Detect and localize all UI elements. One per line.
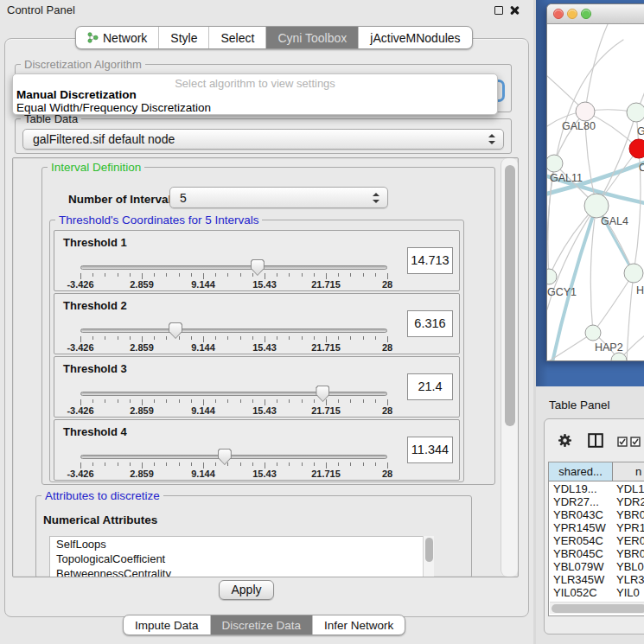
table-row[interactable]: YDL19...YDL1	[549, 482, 644, 495]
table-cell[interactable]: YPR1	[613, 521, 644, 534]
table-row[interactable]: YPR145WYPR1	[549, 521, 644, 534]
table-cell[interactable]: YBR045C	[549, 547, 613, 560]
threshold-value-field[interactable]: 11.344	[407, 437, 453, 463]
tab-discretize-data[interactable]: Discretize Data	[211, 615, 314, 634]
table-cell[interactable]: YBR0	[613, 547, 644, 560]
table-row[interactable]: YDR27...YDR2	[549, 495, 644, 508]
split-columns-icon[interactable]	[588, 433, 603, 448]
settings-scrollbar[interactable]	[501, 158, 518, 577]
tick-mark	[338, 462, 339, 466]
tick-mark	[166, 399, 167, 403]
tab-network[interactable]: Network	[76, 27, 159, 48]
tick-mark	[302, 336, 303, 340]
table-cell[interactable]: YPR145W	[549, 521, 613, 534]
threshold-panel-1: Threshold 1-3.4262.8599.14415.4321.71528…	[54, 230, 460, 291]
network-node-gal4[interactable]	[584, 194, 609, 218]
close-icon[interactable]	[509, 5, 520, 16]
threshold-value-field[interactable]: 14.713	[407, 247, 453, 274]
checkboxes-icon[interactable]	[617, 437, 641, 447]
tab-select[interactable]: Select	[209, 27, 266, 48]
tick-mark	[179, 399, 180, 403]
threshold-value-field[interactable]: 6.316	[407, 310, 453, 337]
slider-tick-labels: -3.4262.8599.14415.4321.71528	[80, 405, 387, 416]
network-node-h[interactable]	[624, 264, 643, 283]
tab-impute-data[interactable]: Impute Data	[124, 615, 211, 634]
network-edge[interactable]	[593, 273, 634, 333]
table-cell[interactable]: YDL1	[613, 482, 644, 495]
table-cell[interactable]: YBR043C	[549, 508, 613, 521]
float-icon[interactable]	[494, 6, 503, 15]
table-row[interactable]: YER054CYER0	[549, 534, 644, 547]
table-row[interactable]: YBR043CYBR0	[549, 508, 644, 521]
table-cell[interactable]: YBR0	[613, 508, 644, 521]
tick-label: 28	[382, 342, 392, 353]
threshold-slider-thumb[interactable]	[169, 322, 182, 339]
minimize-yellow-icon[interactable]	[567, 9, 577, 19]
network-node-gcy1[interactable]	[547, 269, 557, 284]
threshold-slider-track[interactable]	[80, 392, 387, 396]
network-node-gal80[interactable]	[576, 102, 595, 121]
threshold-panel-2: Threshold 2-3.4262.8599.14415.4321.71528…	[54, 293, 460, 354]
column-header-shared-name[interactable]: shared...	[549, 462, 613, 481]
attribute-list-item[interactable]: SelfLoops	[50, 537, 433, 552]
table-cell[interactable]: YER0	[613, 534, 644, 547]
threshold-slider-track[interactable]	[80, 328, 387, 333]
threshold-slider-track[interactable]	[80, 455, 387, 459]
table-cell[interactable]: YIL0	[613, 586, 644, 599]
settings-scrollbar-thumb[interactable]	[505, 165, 515, 426]
table-cell[interactable]: YER054C	[549, 534, 613, 547]
table-cell[interactable]: YBL079W	[549, 560, 613, 573]
attribute-list-item[interactable]: BetweennessCentrality	[50, 566, 433, 577]
threshold-slider-track[interactable]	[80, 265, 387, 270]
table-cell[interactable]: YDR27...	[549, 495, 613, 508]
table-row[interactable]: YBL079WYBL0	[549, 560, 644, 573]
network-node-label: GCY1	[547, 286, 577, 298]
combo-stepper-icon	[488, 134, 495, 144]
attributes-group: Attributes to discretize Numerical Attri…	[35, 495, 472, 577]
table-row[interactable]: YBR045CYBR0	[549, 547, 644, 560]
number-of-intervals-combo[interactable]: 5	[169, 187, 388, 208]
table-cell[interactable]: YLR345W	[549, 573, 613, 586]
tick-mark	[289, 462, 290, 466]
table-data-combo[interactable]: galFiltered.sif default node	[22, 129, 504, 150]
attributes-list-scrollbar[interactable]	[423, 536, 434, 577]
tab-style[interactable]: Style	[159, 27, 209, 48]
threshold-slider-thumb[interactable]	[218, 449, 232, 465]
algorithm-option-equal-width[interactable]: Equal Width/Frequency Discretization	[13, 101, 497, 114]
close-red-icon[interactable]	[553, 9, 564, 19]
threshold-slider-thumb[interactable]	[316, 386, 329, 402]
tick-mark	[363, 462, 364, 466]
attributes-scrollbar-thumb[interactable]	[425, 538, 433, 562]
tick-mark	[314, 273, 315, 277]
table-cell[interactable]: YLR3	[613, 573, 644, 586]
tab-jactivemnodules[interactable]: jActiveMNodules	[359, 27, 471, 48]
table-horizontal-scrollbar[interactable]	[550, 602, 644, 614]
network-node-gal11[interactable]	[547, 155, 563, 172]
network-edge[interactable]	[585, 24, 608, 112]
zoom-green-icon[interactable]	[581, 9, 591, 19]
table-cell[interactable]: YDR2	[613, 495, 644, 508]
tab-infer-network[interactable]: Infer Network	[313, 615, 405, 634]
table-cell[interactable]: YIL052C	[549, 586, 613, 599]
algorithm-option-manual[interactable]: Manual Discretization	[13, 88, 497, 101]
table-row[interactable]: YIL052CYIL0	[549, 586, 644, 599]
tick-mark	[154, 336, 155, 340]
network-node-ga[interactable]	[627, 103, 644, 122]
network-window-titlebar[interactable]	[547, 4, 644, 24]
column-header-name[interactable]: n	[613, 462, 644, 481]
table-cell[interactable]: YDL19...	[549, 482, 613, 495]
apply-button[interactable]: Apply	[219, 580, 274, 600]
network-node-c[interactable]	[629, 139, 644, 158]
network-node-hap2[interactable]	[585, 325, 601, 341]
threshold-slider-thumb[interactable]	[251, 259, 265, 276]
network-canvas[interactable]: GAL80GACGAL11GAL4HGCY1HAP2	[547, 24, 644, 361]
attribute-list-item[interactable]: TopologicalCoefficient	[50, 552, 433, 566]
table-cell[interactable]: YBL0	[613, 560, 644, 573]
tick-mark	[363, 399, 364, 403]
table-row[interactable]: YLR345WYLR3	[549, 573, 644, 586]
table-hscrollbar-thumb[interactable]	[552, 604, 644, 613]
tick-mark	[387, 462, 388, 469]
threshold-value-field[interactable]: 21.4	[407, 373, 453, 400]
gear-icon[interactable]	[558, 433, 572, 448]
tab-cyni-toolbox[interactable]: Cyni Toolbox	[266, 27, 359, 48]
